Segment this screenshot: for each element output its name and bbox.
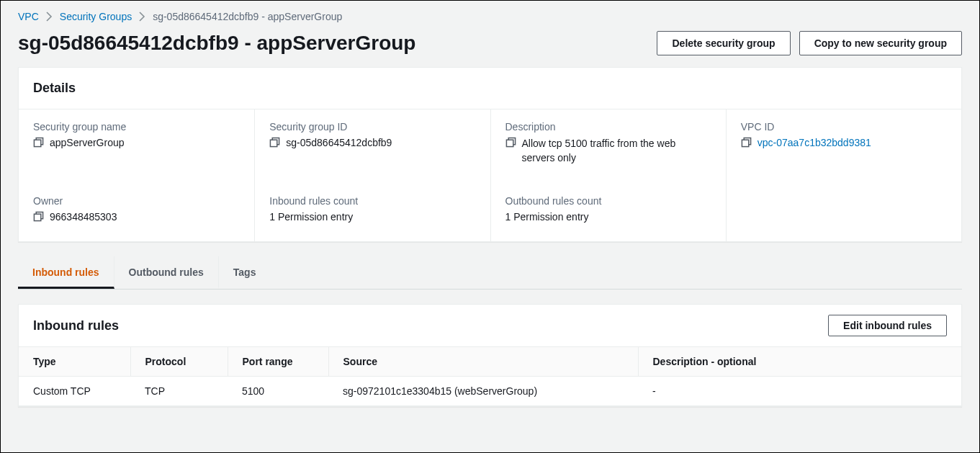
- detail-description: Description Allow tcp 5100 traffic from …: [490, 109, 726, 184]
- svg-rect-3: [742, 140, 748, 146]
- copy-icon[interactable]: [33, 137, 44, 148]
- svg-rect-1: [271, 140, 277, 146]
- edit-inbound-rules-button[interactable]: Edit inbound rules: [828, 315, 947, 336]
- breadcrumb-current: sg-05d86645412dcbfb9 - appServerGroup: [153, 11, 342, 22]
- detail-label: Inbound rules count: [269, 195, 475, 207]
- delete-security-group-button[interactable]: Delete security group: [657, 31, 790, 55]
- detail-label: Outbound rules count: [505, 195, 711, 207]
- tab-outbound-rules[interactable]: Outbound rules: [114, 256, 219, 289]
- table-header-row: Type Protocol Port range Source Descript…: [19, 347, 961, 377]
- copy-icon[interactable]: [505, 137, 516, 148]
- detail-value: 1 Permission entry: [505, 211, 589, 223]
- col-description[interactable]: Description - optional: [638, 347, 961, 377]
- copy-icon[interactable]: [269, 137, 280, 148]
- detail-value: 966348485303: [50, 211, 117, 223]
- page-title: sg-05d86645412dcbfb9 - appServerGroup: [18, 32, 415, 55]
- svg-rect-0: [34, 140, 40, 146]
- detail-value: appServerGroup: [50, 137, 125, 148]
- detail-value: 1 Permission entry: [269, 211, 353, 223]
- detail-label: Description: [505, 121, 711, 133]
- tab-inbound-rules[interactable]: Inbound rules: [18, 256, 114, 289]
- detail-inbound-count: Inbound rules count 1 Permission entry: [254, 184, 490, 241]
- cell-port: 5100: [228, 377, 328, 406]
- vpc-link[interactable]: vpc-07aa7c1b32bdd9381: [758, 137, 871, 148]
- tab-tags[interactable]: Tags: [219, 256, 271, 289]
- detail-outbound-count: Outbound rules count 1 Permission entry: [490, 184, 726, 241]
- cell-protocol: TCP: [130, 377, 228, 406]
- detail-security-group-name: Security group name appServerGroup: [19, 109, 254, 184]
- svg-rect-2: [506, 140, 513, 146]
- detail-value: sg-05d86645412dcbfb9: [286, 137, 392, 148]
- detail-value: Allow tcp 5100 traffic from the web serv…: [522, 137, 711, 165]
- detail-empty: [726, 184, 961, 241]
- chevron-right-icon: [46, 12, 53, 22]
- details-title: Details: [19, 68, 961, 109]
- copy-icon[interactable]: [741, 137, 752, 148]
- col-source[interactable]: Source: [328, 347, 638, 377]
- detail-label: Security group name: [33, 121, 240, 133]
- details-panel: Details Security group name appServerGro…: [18, 67, 962, 242]
- col-type[interactable]: Type: [19, 347, 130, 377]
- copy-icon[interactable]: [33, 211, 44, 222]
- chevron-right-icon: [139, 12, 145, 22]
- breadcrumb-vpc[interactable]: VPC: [18, 11, 39, 22]
- detail-label: Security group ID: [269, 121, 475, 133]
- breadcrumb: VPC Security Groups sg-05d86645412dcbfb9…: [1, 1, 979, 28]
- cell-source: sg-0972101c1e3304b15 (webServerGroup): [328, 377, 638, 406]
- cell-desc: -: [638, 377, 961, 406]
- inbound-rules-panel: Inbound rules Edit inbound rules Type Pr…: [18, 304, 962, 407]
- detail-label: Owner: [33, 195, 240, 207]
- inbound-rules-table: Type Protocol Port range Source Descript…: [19, 346, 961, 406]
- table-row[interactable]: Custom TCPTCP5100sg-0972101c1e3304b15 (w…: [19, 377, 961, 406]
- detail-vpc-id: VPC ID vpc-07aa7c1b32bdd9381: [726, 109, 961, 184]
- inbound-rules-title: Inbound rules: [33, 318, 119, 333]
- breadcrumb-security-groups[interactable]: Security Groups: [60, 11, 132, 22]
- detail-label: VPC ID: [741, 121, 947, 133]
- detail-security-group-id: Security group ID sg-05d86645412dcbfb9: [254, 109, 490, 184]
- detail-owner: Owner 966348485303: [19, 184, 254, 241]
- cell-type: Custom TCP: [19, 377, 130, 406]
- col-port[interactable]: Port range: [228, 347, 328, 377]
- page-header: sg-05d86645412dcbfb9 - appServerGroup De…: [1, 28, 979, 67]
- copy-security-group-button[interactable]: Copy to new security group: [799, 31, 962, 55]
- svg-rect-4: [34, 214, 40, 220]
- tabs: Inbound rules Outbound rules Tags: [18, 256, 962, 290]
- col-protocol[interactable]: Protocol: [130, 347, 228, 377]
